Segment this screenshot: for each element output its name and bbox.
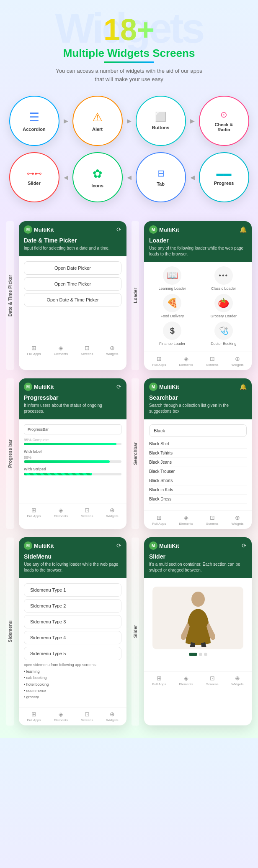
loader-item-grocery[interactable]: 🍅 Grocery Loader — [200, 294, 248, 318]
sidemenu-refresh-icon[interactable]: ⟳ — [116, 542, 121, 549]
slider-desc: it's a multi section container. Each sec… — [149, 562, 247, 573]
loader-refresh-icon[interactable]: 🔔 — [240, 226, 247, 233]
footer-widgets-6[interactable]: ⊕Widgets — [232, 675, 244, 686]
sidemenu-list: • learning • cab booking • hotel booking… — [24, 669, 121, 700]
footer-elements-5[interactable]: ◈Elements — [54, 711, 68, 722]
footer-fullapps-1[interactable]: ⊞Full Apps — [27, 345, 41, 356]
footer-elements-2[interactable]: ◈Elements — [179, 355, 193, 367]
sidemenu-item-3[interactable]: Sidemenu Type 3 — [24, 615, 121, 628]
footer-widgets-2[interactable]: ⊕Widgets — [232, 355, 244, 367]
footer-screens-6[interactable]: ⊡Screens — [206, 675, 218, 686]
sidemenu-logo: M MultiKit — [24, 541, 54, 550]
open-date-picker-btn[interactable]: Open Date Picker — [24, 261, 121, 275]
loader-screen: M MultiKit 🔔 Loader Use any of the follo… — [144, 221, 252, 370]
loader-logo-mark: M — [149, 225, 157, 234]
progressbar-header: M MultiKit ⟳ Progressbar It inform users… — [19, 378, 126, 419]
footer-widgets-1[interactable]: ⊕Widgets — [106, 345, 119, 356]
footer-fullapps-6[interactable]: ⊞Full Apps — [152, 675, 166, 686]
loader-item-doctor[interactable]: 🩺 Doctor Booking — [200, 322, 248, 346]
sidemenu-footer: ⊞Full Apps ◈Elements ⊡Screens ⊕Widgets — [19, 707, 126, 725]
open-datetime-picker-btn[interactable]: Open Date & Time Picker — [24, 293, 121, 306]
datetime-refresh-icon[interactable]: ⟳ — [116, 226, 121, 233]
footer-fullapps-5[interactable]: ⊞Full Apps — [27, 711, 41, 722]
result-5[interactable]: Black in Kids — [149, 485, 247, 495]
datetime-footer: ⊞Full Apps ◈Elements ⊡Screens ⊕Widgets — [19, 341, 126, 359]
footer-screens-4[interactable]: ⊡Screens — [206, 514, 218, 526]
slider-refresh-icon[interactable]: ⟳ — [242, 542, 247, 549]
classic-loader-label: Classic Loader — [211, 286, 236, 291]
datetime-title: Date & Time Picker — [24, 237, 121, 244]
footer-screens-2[interactable]: ⊡Screens — [206, 355, 218, 367]
search-input-display[interactable]: Black — [149, 424, 247, 437]
loader-item-learning[interactable]: 📖 Learning Loader — [148, 266, 196, 291]
footer-widgets-3[interactable]: ⊕Widgets — [106, 507, 119, 518]
sidemenu-item-1[interactable]: Sidemenu Type 1 — [24, 583, 121, 597]
footer-elements-6[interactable]: ◈Elements — [179, 675, 193, 686]
slider-dot-3[interactable] — [204, 653, 207, 656]
widget-tab[interactable]: ⊟ Tab — [136, 152, 186, 202]
doctor-loader-label: Doctor Booking — [211, 342, 237, 346]
result-4[interactable]: Black Shorts — [149, 476, 247, 485]
loader-side-label: Loader — [132, 221, 139, 370]
loader-item-finance[interactable]: $ Finance Loader — [148, 322, 196, 346]
slider-dot-2[interactable] — [199, 653, 202, 656]
slider-header: M MultiKit ⟳ Slider it's a multi section… — [144, 537, 252, 578]
footer-elements-3[interactable]: ◈Elements — [54, 507, 68, 518]
alert-label: Alert — [92, 127, 103, 132]
widget-alert[interactable]: ⚠ Alert — [72, 96, 123, 146]
widget-buttons[interactable]: ⬜ Buttons — [136, 96, 186, 146]
widget-progress[interactable]: ▬▬ Progress — [199, 152, 249, 202]
loader-item-classic[interactable]: ••• Classic Loader — [200, 266, 248, 291]
result-2[interactable]: Black Jeans — [149, 458, 247, 467]
sidemenu-side-label: Sidemenu — [6, 537, 14, 725]
progress-label-2: 88% — [24, 455, 121, 460]
footer-screens-1[interactable]: ⊡Screens — [81, 345, 93, 356]
progressbar-refresh-icon[interactable]: ⟳ — [116, 383, 121, 390]
result-0[interactable]: Black Shirt — [149, 439, 247, 449]
loader-title: Loader — [149, 237, 247, 244]
searchbar-bell-icon[interactable]: 🔔 — [240, 383, 247, 390]
widget-check-radio[interactable]: ⊙ Check &Radio — [199, 96, 249, 146]
loader-item-food[interactable]: 🍕 Food Delivery — [148, 294, 196, 318]
footer-widgets-5[interactable]: ⊕Widgets — [106, 711, 119, 722]
loader-grid: 📖 Learning Loader ••• Classic Loader 🍕 F… — [144, 262, 252, 350]
sidemenu-item-4[interactable]: Sidemenu Type 4 — [24, 631, 121, 644]
widget-accordion[interactable]: ☰ Accordion — [9, 96, 59, 146]
slider-footer: ⊞Full Apps ◈Elements ⊡Screens ⊕Widgets — [144, 671, 252, 689]
sidemenu-item-5[interactable]: Sidemenu Type 5 — [24, 647, 121, 660]
slider-app-name: MultiKit — [159, 543, 179, 549]
progressbar-logo-mark: M — [24, 383, 32, 391]
footer-widgets-4[interactable]: ⊕Widgets — [232, 514, 244, 526]
sidemenu-header: M MultiKit ⟳ SideMenu Use any of the fol… — [19, 537, 126, 578]
footer-screens-5[interactable]: ⊡Screens — [81, 711, 93, 722]
footer-fullapps-2[interactable]: ⊞Full Apps — [152, 355, 166, 367]
sidemenu-screen: M MultiKit ⟳ SideMenu Use any of the fol… — [19, 537, 126, 725]
screens-row-2: Progress bar M MultiKit ⟳ Progressbar It… — [6, 378, 252, 529]
progressbar-app-name: MultiKit — [34, 384, 54, 390]
open-time-picker-btn[interactable]: Open Time Picker — [24, 277, 121, 291]
loader-header: M MultiKit 🔔 Loader Use any of the follo… — [144, 221, 252, 262]
result-6[interactable]: Black Dress — [149, 495, 247, 504]
footer-fullapps-3[interactable]: ⊞Full Apps — [27, 507, 41, 518]
progress-fill-2 — [24, 460, 110, 463]
footer-elements-1[interactable]: ◈Elements — [54, 345, 68, 356]
footer-fullapps-4[interactable]: ⊞Full Apps — [152, 514, 166, 526]
widget-slider[interactable]: ⊶⊷ Slider — [9, 152, 59, 202]
result-1[interactable]: Black Tshirts — [149, 449, 247, 458]
datetime-header: M MultiKit ⟳ Date & Time Picker input fi… — [19, 221, 126, 256]
loader-footer: ⊞Full Apps ◈Elements ⊡Screens ⊕Widgets — [144, 352, 252, 370]
sidemenu-title: SideMenu — [24, 553, 121, 560]
result-3[interactable]: Black Trouser — [149, 467, 247, 476]
footer-elements-4[interactable]: ◈Elements — [179, 514, 193, 526]
footer-screens-3[interactable]: ⊡Screens — [81, 507, 93, 518]
alert-icon: ⚠ — [92, 110, 103, 124]
searchbar-side-label: Searchbar — [132, 378, 139, 529]
sidemenu-desc: Use any of the following loader while th… — [24, 562, 121, 573]
sidemenu-item-2[interactable]: Sidemenu Type 2 — [24, 599, 121, 613]
slider-dot-1[interactable] — [189, 653, 197, 656]
header-number: 18+ — [8, 13, 250, 47]
datetime-app-name: MultiKit — [34, 227, 54, 233]
arrow-5: ▶ — [127, 152, 132, 202]
widget-icons[interactable]: ✿ Icons — [72, 152, 123, 202]
sidemenu-open-text: open sidemenu from following app screens… — [24, 663, 121, 667]
